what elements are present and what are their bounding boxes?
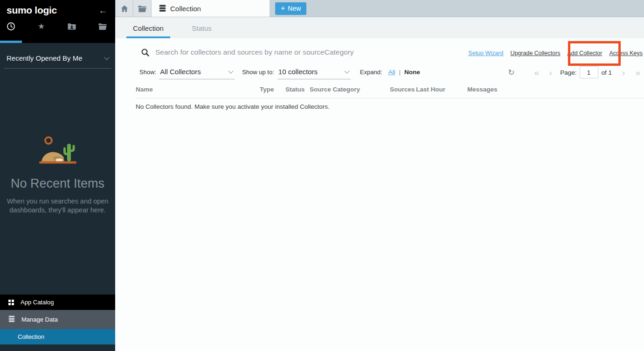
app-catalog-grid-icon	[8, 300, 14, 305]
sidebar-bottom-nav: App Catalog Manage Data Collection	[0, 295, 115, 344]
page-label: Page:	[560, 69, 576, 76]
pagination-controls: ↻ « ‹ Page: of 1 › »	[508, 66, 640, 78]
subtab-status[interactable]: Status	[185, 18, 218, 38]
expand-separator: |	[399, 69, 401, 79]
filter-bar: Show: All Collectors Show up to: 10 coll…	[139, 68, 420, 79]
next-page-icon[interactable]: ›	[622, 68, 625, 77]
show-up-to-dropdown-value: 10 collectors	[278, 68, 318, 76]
no-recent-items-subtitle: When you run searches and open dashboard…	[0, 197, 115, 215]
no-collectors-message: No Collectors found. Make sure you activ…	[136, 103, 330, 110]
column-header-name[interactable]: Name	[136, 86, 260, 93]
page-number-input[interactable]	[580, 66, 598, 78]
page-of-label: of 1	[602, 69, 612, 76]
setup-wizard-link[interactable]: Setup Wizard	[468, 50, 503, 56]
first-page-icon[interactable]: «	[534, 68, 539, 77]
access-keys-link[interactable]: Access Keys	[609, 50, 643, 56]
tab-label: Collection	[170, 5, 201, 13]
sidebar-empty-state: No Recent Items When you run searches an…	[0, 134, 115, 215]
database-icon	[8, 316, 15, 324]
column-header-type[interactable]: Type	[260, 86, 285, 93]
sidebar-item-label: Manage Data	[21, 316, 58, 323]
column-header-status[interactable]: Status	[285, 86, 310, 93]
chevron-down-icon	[104, 55, 109, 60]
tab-collection[interactable]: Collection	[152, 0, 270, 17]
sidebar-header: sumo logic ← ★	[0, 0, 115, 43]
recently-opened-dropdown[interactable]: Recently Opened By Me	[4, 54, 111, 69]
library-button[interactable]	[133, 0, 152, 17]
sumo-logic-logo: sumo logic	[7, 5, 57, 16]
recents-clock-icon[interactable]	[5, 21, 17, 31]
column-header-messages[interactable]: Messages	[467, 86, 523, 93]
database-icon	[159, 5, 166, 12]
show-dropdown[interactable]: All Collectors	[159, 68, 235, 79]
shared-folder-icon[interactable]	[66, 21, 78, 31]
prev-page-icon[interactable]: ‹	[549, 68, 552, 77]
library-folder-icon[interactable]	[97, 21, 109, 31]
last-page-icon[interactable]: »	[635, 68, 640, 77]
subtab-bar: Collection Status	[115, 18, 644, 38]
search-input[interactable]	[155, 48, 454, 56]
collapse-sidebar-icon[interactable]: ←	[98, 5, 108, 16]
column-header-source-category[interactable]: Source Category	[310, 86, 390, 93]
show-up-to-label: Show up to:	[242, 69, 274, 79]
chevron-down-icon	[344, 68, 349, 73]
search-bar	[141, 48, 454, 56]
show-up-to-dropdown[interactable]: 10 collectors	[277, 68, 351, 79]
expand-all-link[interactable]: All	[388, 69, 395, 79]
sidebar-item-collection[interactable]: Collection	[0, 329, 115, 344]
show-dropdown-value: All Collectors	[160, 68, 201, 76]
no-recent-items-title: No Recent Items	[0, 176, 115, 191]
upgrade-collectors-link[interactable]: Upgrade Collectors	[510, 50, 560, 56]
subtab-collection[interactable]: Collection	[126, 18, 170, 38]
refresh-icon[interactable]: ↻	[508, 68, 514, 77]
show-label: Show:	[139, 69, 156, 79]
sidebar-item-app-catalog[interactable]: App Catalog	[0, 295, 115, 310]
active-section-underline	[0, 41, 22, 43]
sidebar-item-manage-data[interactable]: Manage Data	[0, 310, 115, 329]
toolbar-links: Setup Wizard Upgrade Collectors Add Coll…	[468, 50, 643, 56]
column-header-sources[interactable]: Sources	[390, 86, 416, 93]
collectors-table-header: Name Type Status Source Category Sources…	[136, 86, 644, 98]
add-collector-link[interactable]: Add Collector	[567, 50, 602, 56]
home-button[interactable]	[115, 0, 133, 17]
sidebar: sumo logic ← ★ Recently Opened By Me	[0, 0, 115, 351]
column-header-last-hour[interactable]: Last Hour	[416, 86, 467, 93]
chevron-down-icon	[228, 68, 233, 73]
favorites-star-icon[interactable]: ★	[35, 21, 48, 31]
sidebar-item-label: Collection	[18, 333, 44, 340]
tab-strip: Collection + New	[115, 0, 644, 17]
collection-panel: Setup Wizard Upgrade Collectors Add Coll…	[115, 38, 644, 351]
expand-none-link[interactable]: None	[404, 69, 420, 79]
folder-icon	[138, 5, 146, 12]
plus-icon: +	[281, 5, 285, 12]
home-icon	[121, 5, 128, 12]
new-button[interactable]: + New	[275, 2, 306, 15]
desert-illustration	[35, 134, 81, 164]
expand-label: Expand:	[360, 69, 382, 79]
sidebar-item-label: App Catalog	[21, 299, 54, 306]
recently-opened-dropdown-value: Recently Opened By Me	[7, 54, 83, 62]
search-icon	[141, 49, 149, 56]
